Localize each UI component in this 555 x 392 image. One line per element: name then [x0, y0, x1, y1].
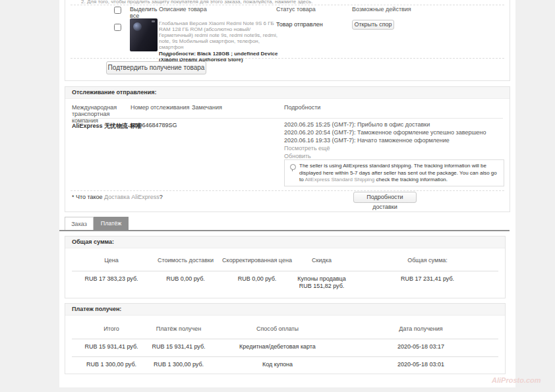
order-page: 2. Для того, чтобы продлить защиту покуп…	[0, 0, 555, 392]
totals-header-price: Цена	[72, 257, 151, 264]
tracking-card: Отслеживание отправления: Международная …	[65, 86, 510, 212]
payment-header-method: Способ оплаты	[225, 325, 330, 332]
standard-shipping-link[interactable]: AliExpress Standard Shipping	[305, 177, 374, 182]
payment-card: Платеж получен: Итого Платёж получен Спо…	[65, 303, 506, 374]
item-checkbox[interactable]	[114, 24, 121, 31]
totals-header-total: Общая сумма:	[376, 257, 479, 264]
col-description: Описание товара	[159, 6, 207, 13]
item-status: Товар отправлен	[276, 21, 323, 28]
totals-price: RUB 17 383,23 руб.	[72, 275, 151, 282]
divider	[71, 58, 504, 59]
select-all-checkbox[interactable]	[114, 7, 121, 14]
refresh-link[interactable]: Обновить	[284, 153, 311, 159]
what-is-suffix: ?	[160, 194, 163, 200]
payment-header-received: Платёж получен	[142, 325, 215, 332]
payment-received: RUB 15 931,41 руб.	[142, 343, 215, 350]
col-details: Подробности	[284, 104, 320, 111]
divider	[72, 356, 498, 357]
tab-order[interactable]: Заказ	[65, 217, 94, 231]
totals-discount: Купоны продавца RUB 151,82 руб.	[289, 275, 355, 290]
select-all-label: Выделить все	[130, 6, 156, 19]
confirm-receipt-button[interactable]: Подтвердить получение товара	[106, 61, 206, 74]
shipping-help-link[interactable]: Доставка AliExpress	[104, 194, 160, 200]
col-status: Статус товара	[276, 6, 316, 13]
tracking-event: 2020.06.20 20:54 (GMT-7): Таможенное офо…	[284, 128, 502, 136]
totals-total: RUB 17 231,41 руб.	[376, 275, 479, 282]
totals-card: Общая сумма: Цена Стоимость доставки Ско…	[65, 236, 506, 298]
tab-payment[interactable]: Платёж	[94, 217, 129, 231]
payment-method: Кредитная/дебетовая карта	[225, 343, 330, 350]
payment-total: RUB 1 300,00 руб.	[72, 361, 151, 368]
payment-date: 2020-05-18 03:01	[370, 361, 472, 368]
product-image[interactable]	[130, 18, 158, 51]
tracking-section-title: Отслеживание отправления:	[65, 87, 510, 99]
divider	[72, 118, 503, 119]
discount-value: RUB 151,82 руб.	[289, 283, 355, 290]
order-items-card: 2. Для того, чтобы продлить защиту покуп…	[65, 0, 510, 81]
col-actions: Возможные действия	[352, 6, 411, 13]
bulb-icon	[290, 164, 296, 170]
payment-method: Код купона	[225, 361, 330, 368]
payment-header-date: Дата получения	[370, 325, 472, 332]
tracking-event: 2020.06.25 15:25 (GMT-7): Прибыло в офис…	[284, 121, 502, 128]
payment-total: RUB 15 931,41 руб.	[72, 343, 151, 350]
col-tracking-number: Номер отслеживания	[131, 104, 189, 111]
discount-label: Купоны продавца	[289, 275, 355, 283]
tracking-number: RB964684789SG	[131, 122, 177, 128]
tab-underline	[59, 230, 510, 231]
shipping-notice-text: check the tracking information.	[374, 177, 448, 182]
divider	[71, 5, 504, 5]
shipping-notice-box: The seller is using AliExpress standard …	[284, 159, 504, 186]
totals-shipping: RUB 0,00 руб.	[151, 275, 220, 282]
see-more-link[interactable]: Посмотреть ещё	[284, 145, 330, 152]
col-carrier: Международная транспортная компания	[72, 104, 132, 124]
open-dispute-button[interactable]: Открыть спор	[352, 20, 394, 30]
product-title-link[interactable]: Глобальная Версия Xiaomi Redmi Note 9S 6…	[159, 20, 280, 50]
watermark: AliProsto.com	[492, 376, 541, 384]
payment-section-title: Платеж получен:	[65, 304, 505, 316]
totals-header-discount: Скидка	[289, 257, 355, 264]
payment-header-total: Итого	[72, 325, 151, 332]
tracking-event: 2020.06.16 19:33 (GMT-7): Начато таможен…	[284, 136, 502, 144]
divider	[71, 190, 504, 191]
buyer-protection-notice: 2. Для того, чтобы продлить защиту покуп…	[81, 0, 450, 4]
totals-header-shipping: Стоимость доставки	[151, 257, 220, 264]
what-is-prefix: * Что такое	[72, 194, 104, 200]
shipping-details-button[interactable]: Подробности доставки	[353, 192, 417, 203]
divider	[72, 339, 498, 339]
payment-received: RUB 1 300,00 руб.	[142, 361, 215, 368]
divider	[72, 271, 498, 271]
totals-adjusted: RUB 0,00 руб.	[219, 275, 295, 282]
col-notes: Замечания	[192, 104, 222, 111]
what-is-shipping: * Что такое Доставка AliExpress?	[72, 194, 163, 200]
totals-header-adjusted: Скорректированная цена	[219, 257, 295, 264]
payment-date: 2020-05-18 03:17	[370, 343, 472, 350]
totals-section-title: Общая сумма:	[65, 237, 505, 248]
